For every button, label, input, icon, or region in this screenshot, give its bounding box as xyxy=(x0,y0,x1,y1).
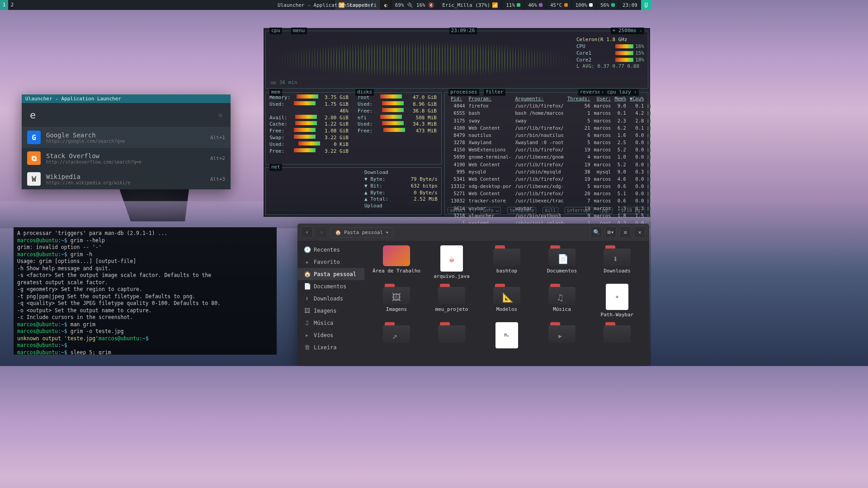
bashtop-window: cpu menu 23:09:26 + 2500ms - up 36 min C… xyxy=(264,28,650,217)
forward-button[interactable]: › xyxy=(316,226,327,238)
sidebar-icon: ♫ xyxy=(304,319,310,326)
menu-tab[interactable]: menu xyxy=(291,28,307,34)
folder-icon: ↗ xyxy=(383,322,410,343)
process-row[interactable]: 6555bashbash /home/marcos1marcos0.14.2 xyxy=(449,110,651,116)
folder-icon: 📐 xyxy=(493,284,520,305)
sidebar-item[interactable]: 🏠Pasta pessoal xyxy=(297,268,364,280)
file-item[interactable]: bashtop xyxy=(481,245,533,279)
file-item[interactable]: 📐Modelos xyxy=(481,284,533,318)
file-item[interactable]: M↓ xyxy=(481,322,533,350)
process-row[interactable]: 13032tracker-store/usr/libexec/trac7marc… xyxy=(449,197,651,204)
ulauncher-input[interactable] xyxy=(30,109,219,121)
file-item[interactable] xyxy=(591,322,643,350)
clock[interactable]: 23:09 xyxy=(618,0,641,10)
cpu-gauge[interactable]: 11% xyxy=(502,0,524,10)
ulauncher-result[interactable]: GGoogle Searchhttps://google.com/search?… xyxy=(22,127,231,148)
file-label: Modelos xyxy=(496,306,517,312)
file-item[interactable]: 🖼Imagens xyxy=(371,284,422,318)
temp-gauge[interactable]: 45°C xyxy=(546,0,571,10)
file-item[interactable]: meu_projeto xyxy=(426,284,477,318)
swap-gauge[interactable]: 56% xyxy=(596,0,618,10)
workspace-2[interactable]: 2 xyxy=(8,0,16,10)
cpu-tab[interactable]: cpu xyxy=(269,28,282,34)
view-grid-button[interactable]: ⊞▾ xyxy=(605,226,617,238)
file-label: Área de Trabalho xyxy=(373,268,420,274)
sidebar-item[interactable]: ♫Música xyxy=(297,317,364,329)
process-row[interactable]: 3278XwaylandXwayland :0 -root5marcos2.50… xyxy=(449,139,651,145)
wifi-chip[interactable]: Eric_Milla (37%) 📶 xyxy=(438,0,502,10)
search-button[interactable]: 🔍 xyxy=(590,226,602,238)
bashtop-clock: 23:09:26 xyxy=(449,28,477,34)
result-shortcut: Alt+3 xyxy=(210,176,225,182)
file-item[interactable]: Área de Trabalho xyxy=(371,245,422,279)
process-row[interactable]: 5699gnome-terminal-/usr/libexec/gnom4mar… xyxy=(449,154,651,160)
tray-icon[interactable]: ⋃ xyxy=(641,0,651,10)
proc-action[interactable]: info ↵ xyxy=(480,207,501,214)
file-item[interactable]: ≡Path-Waybar xyxy=(591,284,643,318)
proc-action[interactable]: 1/10 pg: xyxy=(619,207,645,214)
process-row[interactable]: 995mysqld/usr/sbin/mysqld38mysql9.00.3 xyxy=(449,169,651,175)
process-row[interactable]: 4150WebExtensions/usr/lib/firefox/19marc… xyxy=(449,146,651,153)
chevron-down-icon: ▾ xyxy=(386,230,389,235)
proc-action[interactable]: interrupt xyxy=(565,207,594,214)
ulauncher-result[interactable]: ⧉Stack Overflowhttp://stackoverflow.com/… xyxy=(22,148,231,169)
file-item[interactable]: ♫Música xyxy=(536,284,588,318)
folder-icon: ⬇ xyxy=(604,245,631,266)
close-button[interactable]: ✕ xyxy=(634,226,646,238)
process-row[interactable]: 4190Web Content/usr/lib/firefox/19marcos… xyxy=(449,161,651,168)
file-label: Downloads xyxy=(604,268,631,274)
sidebar-item[interactable]: ★Favorito xyxy=(297,256,364,268)
files-grid[interactable]: Área de Trabalho☕arquivo.javabashtop📄Doc… xyxy=(364,224,649,365)
folder-icon xyxy=(604,322,631,343)
proc-action[interactable]: kill xyxy=(542,207,558,214)
sidebar-item[interactable]: 🗑Lixeira xyxy=(297,341,364,353)
sidebar-icon: ▸ xyxy=(304,332,310,338)
sidebar-item[interactable]: 🖼Imagens xyxy=(297,305,364,317)
process-row[interactable]: 8479nautilus/usr/bin/nautilus6marcos1.60… xyxy=(449,132,651,138)
cpu-graph xyxy=(270,41,576,77)
folder-icon xyxy=(493,245,520,266)
process-row[interactable]: 13312xdg-desktop-por/usr/libexec/xdg-5ma… xyxy=(449,183,651,189)
result-title: Stack Overflow xyxy=(46,152,205,160)
file-item[interactable] xyxy=(426,322,477,350)
file-item[interactable]: ▸ xyxy=(536,322,588,350)
result-icon: G xyxy=(27,131,41,144)
back-button[interactable]: ‹ xyxy=(301,226,313,238)
sidebar-icon: 🗑 xyxy=(304,344,310,351)
process-row[interactable]: 4100Web Content/usr/lib/firefox/21marcos… xyxy=(449,125,651,131)
battery-chip[interactable]: 69% 🔌 16% 🔇 xyxy=(391,0,439,10)
process-row[interactable]: 5271Web Content/usr/lib/firefox/20marcos… xyxy=(449,190,651,197)
sidebar-item[interactable]: ⬇Downloads xyxy=(297,292,364,305)
ulauncher-result[interactable]: WWikipediahttps://en.wikipedia.org/wiki/… xyxy=(22,169,231,189)
workspace-1[interactable]: 1 xyxy=(0,0,8,10)
gear-icon[interactable]: ⚙ xyxy=(219,112,222,119)
file-item[interactable]: ⬇Downloads xyxy=(591,245,643,279)
java-file-icon: ☕ xyxy=(440,245,463,272)
breadcrumb[interactable]: 🏠 Pasta pessoal ▾ xyxy=(330,227,394,238)
process-row[interactable]: 4044firefox/usr/lib/firefox/56marcos9.00… xyxy=(449,103,651,109)
sidebar-item[interactable]: 🕘Recentes xyxy=(297,244,364,256)
sidebar-item[interactable]: ▸Vídeos xyxy=(297,329,364,341)
terminal-window[interactable]: A processar 'triggers' para man-db (2.9.… xyxy=(14,227,277,355)
result-shortcut: Alt+1 xyxy=(210,135,225,141)
refresh-interval[interactable]: + 2500ms - xyxy=(611,28,644,34)
folder-icon: 🖼 xyxy=(383,284,410,305)
file-item[interactable]: 📄Documentos xyxy=(536,245,588,279)
process-panel: processes filter reverse ‹ cpu lazy › Pi… xyxy=(444,92,648,215)
brightness-icon[interactable]: ◐ xyxy=(380,0,391,10)
mem-gauge[interactable]: 46% xyxy=(524,0,546,10)
proc-action[interactable]: select ↓ xyxy=(448,207,474,214)
sidebar-item[interactable]: 📄Documentos xyxy=(297,280,364,292)
folder-icon: ♫ xyxy=(548,284,576,305)
file-item[interactable]: ↗ xyxy=(371,322,422,350)
disk-gauge[interactable]: 100% xyxy=(571,0,597,10)
menu-button[interactable]: ≡ xyxy=(619,226,631,238)
proc-action[interactable]: pg: xyxy=(600,207,613,214)
file-label: Path-Waybar xyxy=(601,312,634,318)
result-shortcut: Alt+2 xyxy=(210,155,225,161)
file-item[interactable]: ☕arquivo.java xyxy=(426,245,477,279)
process-row[interactable]: 5341Web Content/usr/lib/firefox/19marcos… xyxy=(449,176,651,182)
file-label: arquivo.java xyxy=(434,273,469,279)
process-row[interactable]: 3175swaysway5marcos2.32.8 xyxy=(449,117,651,124)
proc-action[interactable]: terminate xyxy=(507,207,536,214)
